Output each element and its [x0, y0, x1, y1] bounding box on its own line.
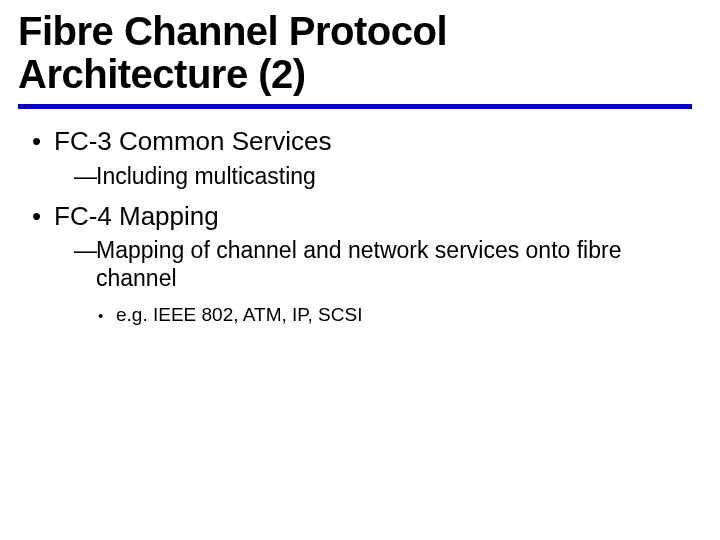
list-subsubitem: • e.g. IEEE 802, ATM, IP, SCSI: [98, 303, 692, 327]
list-subitem: — Including multicasting: [74, 162, 692, 190]
page-title: Fibre Channel Protocol Architecture (2): [18, 10, 692, 96]
title-line-1: Fibre Channel Protocol: [18, 9, 447, 53]
list-subsubitem-label: e.g. IEEE 802, ATM, IP, SCSI: [116, 303, 692, 327]
title-line-2: Architecture (2): [18, 52, 306, 96]
list-subitem-label: Including multicasting: [96, 162, 692, 190]
title-underline: [18, 104, 692, 109]
dash-icon: —: [74, 236, 96, 264]
list-subitem-label: Mapping of channel and network services …: [96, 236, 692, 292]
list-item: • FC-4 Mapping: [32, 200, 692, 233]
slide: Fibre Channel Protocol Architecture (2) …: [0, 0, 720, 540]
list-item: • FC-3 Common Services: [32, 125, 692, 158]
dash-icon: —: [74, 162, 96, 190]
list-item-label: FC-3 Common Services: [54, 125, 692, 158]
list-subitem: — Mapping of channel and network service…: [74, 236, 692, 292]
bullet-icon: •: [32, 125, 54, 158]
bullet-icon: •: [98, 307, 116, 326]
list-item-label: FC-4 Mapping: [54, 200, 692, 233]
bullet-icon: •: [32, 200, 54, 233]
